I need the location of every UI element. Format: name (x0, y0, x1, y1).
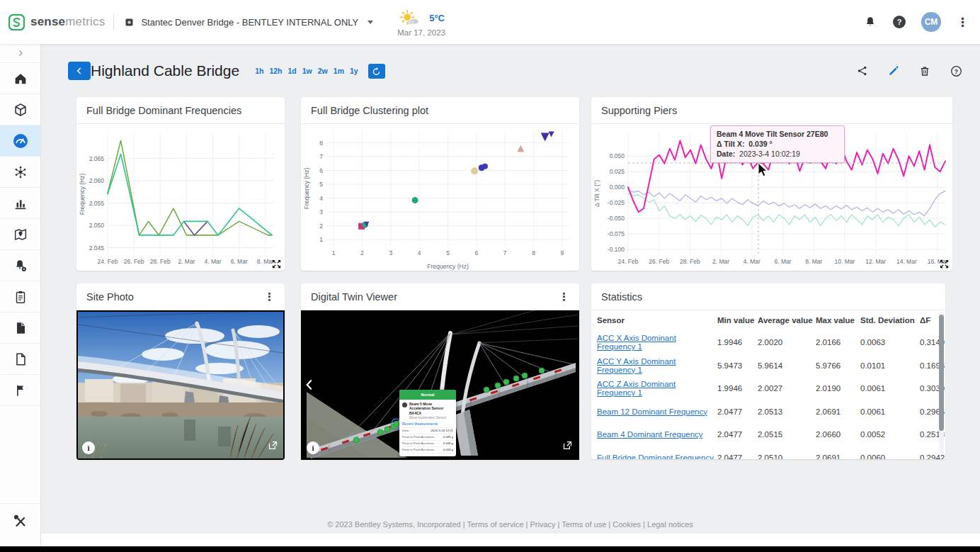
sensor-link[interactable]: Full Bridge Dominant Frequency (597, 454, 714, 459)
panel-title: Site Photo (86, 291, 134, 303)
edit-pencil-icon (887, 64, 900, 77)
table-cell: 5.9614 (758, 361, 816, 370)
flag-icon (13, 383, 28, 398)
sidebar-item-tools[interactable] (0, 503, 40, 539)
sidebar-item-alerts[interactable] (0, 250, 40, 281)
edit-button[interactable] (887, 64, 900, 77)
footer-link[interactable]: Legal notices (647, 520, 693, 529)
x-axis-label: Frequency (Hz) (427, 263, 469, 270)
y-tick-label: 0.000 (610, 184, 625, 191)
y-tick-label: 0.050 (610, 152, 625, 159)
mouse-cursor-icon (758, 163, 767, 176)
range-12h[interactable]: 12h (269, 67, 282, 75)
y-tick-label: 2.065 (89, 155, 105, 162)
range-1m[interactable]: 1m (334, 67, 344, 75)
sidebar-item-reports[interactable] (0, 281, 40, 312)
y-tick-label: 8 (319, 140, 323, 147)
range-2w[interactable]: 2w (318, 67, 328, 75)
x-tick-label: 28. Feb (680, 258, 700, 265)
sensor-link[interactable]: ACC Z Axis Dominant Frequency 1 (597, 380, 676, 397)
sidebar-item-sensors[interactable] (0, 157, 40, 188)
dashboard-gauge-icon (12, 133, 29, 150)
auto-refresh-icon (371, 66, 382, 77)
project-selector[interactable]: Stantec Denver Bridge - BENTLEY INTERNAL… (124, 17, 373, 28)
range-1y[interactable]: 1y (350, 67, 358, 75)
sidebar-item-map[interactable] (0, 219, 40, 250)
popup-measurement-row: Peak to Peak Accelerat...0.054 g (402, 447, 453, 454)
sidebar-item-documents[interactable] (0, 312, 40, 344)
panel-title: Full Bridge Clustering plot (311, 105, 428, 116)
sidebar-item-analytics[interactable] (0, 188, 40, 219)
sidebar-item-flags[interactable] (0, 375, 40, 406)
panel-digital-twin: Digital Twin Viewer ⋮ (301, 283, 579, 459)
table-row: Beam 4 Dominant Frequency2.04772.05152.0… (597, 423, 938, 446)
range-1h[interactable]: 1h (255, 67, 263, 75)
x-tick-label: 2 (360, 249, 364, 257)
footer-link[interactable]: Cookies (612, 520, 641, 529)
sensor-link[interactable]: Beam 12 Dominant Frequency (597, 407, 707, 416)
expand-icon[interactable] (939, 259, 950, 272)
help-circle-button[interactable]: ? (950, 64, 963, 78)
sidebar-item-dashboard[interactable] (0, 125, 40, 157)
recent-measurements-link[interactable]: Recent Measurements (402, 422, 453, 428)
popup-measurement-row: Peak to Peak Accelerat...0.008 g (402, 441, 453, 447)
x-tick-label: 14. Mar (896, 258, 917, 265)
open-external-icon[interactable] (267, 439, 279, 454)
y-tick-label: 7 (319, 153, 323, 160)
x-tick-label: 6 (474, 249, 478, 257)
kebab-menu-icon[interactable]: ⋮ (559, 291, 569, 302)
tooltip-sensor-name: Beam 4 Move Tilt Sensor 27E80 (717, 129, 838, 139)
avatar[interactable]: CM (921, 12, 941, 32)
sensor-link[interactable]: Beam 4 Dominant Frequency (597, 430, 703, 439)
open-external-icon[interactable] (562, 439, 574, 454)
info-icon[interactable]: i (307, 441, 319, 454)
footer-link[interactable]: Privacy (530, 520, 555, 529)
x-tick-label: 4 (418, 249, 421, 257)
copyright: © 2023 Bentley Systems, Incorporated (327, 520, 460, 529)
y-tick-label: 2.060 (89, 177, 105, 184)
kebab-menu-icon[interactable]: ⋮ (957, 16, 969, 28)
sidebar (0, 44, 41, 546)
table-scrollbar[interactable] (939, 312, 944, 454)
x-tick-label: 12. Mar (865, 258, 886, 265)
back-button[interactable] (68, 62, 91, 80)
footer-link[interactable]: Terms of service (467, 520, 523, 529)
panel-title: Statistics (601, 291, 642, 303)
table-cell: 2.0515 (758, 430, 816, 439)
range-1d[interactable]: 1d (288, 67, 297, 75)
table-cell: 0.0061 (860, 384, 920, 393)
sidebar-item-home[interactable] (0, 63, 40, 94)
table-cell: 2.0477 (717, 454, 758, 459)
project-label: Stantec Denver Bridge - BENTLEY INTERNAL… (141, 17, 358, 28)
table-cell: 2.0660 (816, 430, 860, 439)
sidebar-expand-chevron[interactable] (0, 44, 40, 63)
table-cell: 2.0691 (816, 454, 860, 459)
delete-button[interactable] (918, 64, 931, 77)
scatter-point (482, 164, 488, 169)
column-header: Max value (816, 316, 860, 325)
brand-logo[interactable]: sensemetrics (8, 14, 105, 30)
expand-icon[interactable] (271, 259, 282, 272)
digital-twin-cube-icon (13, 102, 28, 118)
help-icon[interactable]: ? (893, 16, 906, 28)
kebab-menu-icon[interactable]: ⋮ (264, 291, 275, 302)
x-tick-label: 26. Feb (649, 258, 669, 265)
notifications-bell-icon[interactable] (863, 15, 877, 29)
y-tick-label: 1 (319, 236, 323, 243)
footer-link[interactable]: Terms of use (562, 520, 606, 529)
table-cell: 1.9946 (717, 338, 758, 347)
auto-refresh-button[interactable] (368, 64, 385, 79)
site-photo-viewport[interactable]: i (76, 310, 285, 460)
column-header: Average value (758, 316, 816, 325)
carousel-prev-icon[interactable] (302, 378, 317, 395)
digital-twin-viewport[interactable]: Normal Beam 5 Move Acceleration Sensor B… (301, 310, 579, 460)
y-axis-label: Frequency (Hz) (79, 174, 86, 215)
sensor-link[interactable]: ACC Y Axis Dominant Frequency 1 (597, 357, 676, 374)
range-1w[interactable]: 1w (302, 67, 312, 75)
panel-clustering-plot: Full Bridge Clustering plot 123456789123… (301, 97, 579, 271)
sensor-link[interactable]: ACC X Axis Dominant Frequency 1 (597, 334, 676, 351)
sidebar-item-digital-twin[interactable] (0, 94, 40, 125)
share-button[interactable] (856, 64, 869, 77)
info-icon[interactable]: i (82, 441, 95, 454)
sidebar-item-files[interactable] (0, 344, 40, 375)
